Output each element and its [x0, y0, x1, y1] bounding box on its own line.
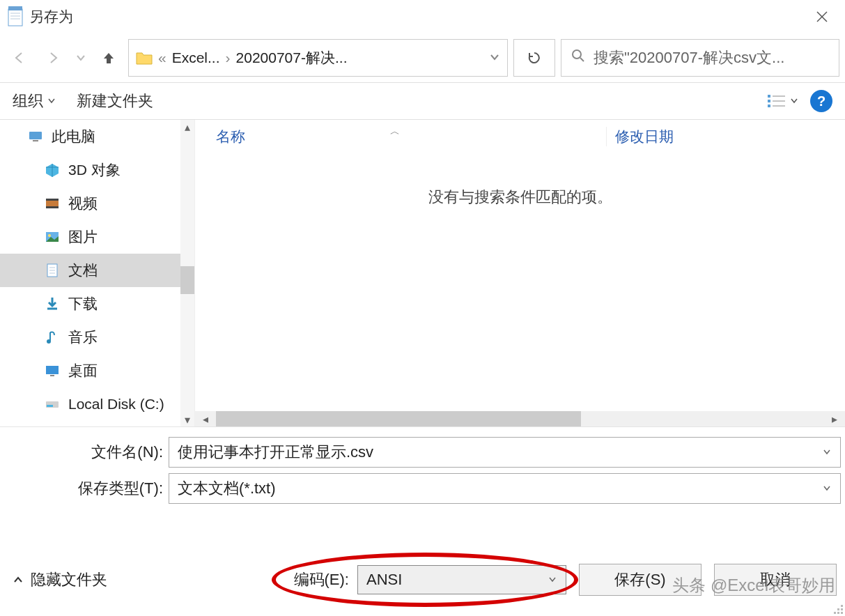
svg-rect-28: [46, 366, 59, 374]
titlebar: 另存为: [0, 0, 845, 33]
encoding-group: 编码(E): ANSI: [294, 565, 566, 594]
navigation-bar: « Excel... › 20200707-解决... 搜索"20200707-…: [0, 33, 845, 82]
list-view-icon: [767, 93, 786, 109]
breadcrumb-seg1[interactable]: Excel...: [172, 49, 220, 66]
document-icon: [45, 263, 60, 278]
tree-this-pc[interactable]: 此电脑: [0, 120, 194, 153]
tree-documents[interactable]: 文档: [0, 254, 194, 287]
chevron-down-icon[interactable]: [822, 479, 832, 498]
cube-icon: [45, 162, 60, 178]
breadcrumb-seg2[interactable]: 20200707-解决...: [236, 48, 348, 68]
address-bar[interactable]: « Excel... › 20200707-解决...: [128, 39, 508, 77]
cancel-button[interactable]: 取消: [714, 564, 837, 596]
recent-dropdown[interactable]: [72, 44, 89, 72]
address-dropdown-icon[interactable]: [489, 49, 500, 66]
up-button[interactable]: [95, 44, 123, 72]
svg-rect-16: [33, 140, 38, 141]
svg-rect-19: [46, 206, 59, 208]
refresh-button[interactable]: [513, 39, 555, 77]
folder-icon: [136, 51, 153, 65]
scroll-thumb[interactable]: [180, 266, 194, 294]
chevron-up-icon: [13, 574, 24, 585]
svg-rect-9: [768, 95, 770, 98]
tree-downloads[interactable]: 下载: [0, 287, 194, 321]
filename-label: 文件名(N):: [4, 442, 169, 463]
svg-point-27: [47, 339, 51, 344]
view-options-button[interactable]: [767, 93, 798, 109]
encoding-label: 编码(E):: [294, 569, 349, 590]
chevron-right-icon: ›: [226, 49, 231, 66]
svg-rect-0: [8, 9, 22, 26]
disk-icon: [45, 396, 60, 412]
nav-tree: 此电脑 3D 对象 视频 图片 文档 下载 音乐 桌面: [0, 120, 195, 426]
scroll-up-icon[interactable]: ▴: [180, 120, 194, 134]
chevron-down-icon: [47, 97, 56, 105]
video-icon: [45, 196, 60, 211]
computer-icon: [28, 129, 43, 144]
close-button[interactable]: [806, 6, 838, 28]
svg-rect-11: [768, 105, 770, 107]
scroll-left-icon[interactable]: ◂: [195, 411, 216, 426]
column-name[interactable]: ︿ 名称: [195, 127, 606, 146]
scroll-thumb[interactable]: [216, 411, 581, 426]
encoding-select[interactable]: ANSI: [357, 565, 566, 594]
tree-music[interactable]: 音乐: [0, 321, 194, 354]
tree-desktop[interactable]: 桌面: [0, 354, 194, 387]
horizontal-scrollbar[interactable]: ◂ ▸: [195, 411, 845, 426]
tree-local-disk-c[interactable]: Local Disk (C:): [0, 387, 194, 421]
svg-rect-1: [8, 6, 22, 10]
svg-rect-18: [46, 199, 59, 201]
svg-point-21: [48, 234, 51, 237]
savetype-select[interactable]: 文本文档(*.txt): [169, 473, 841, 504]
hide-folders-toggle[interactable]: 隐藏文件夹: [13, 569, 107, 590]
picture-icon: [45, 229, 60, 245]
command-bar: 组织 新建文件夹 ?: [0, 82, 845, 120]
download-icon: [45, 296, 60, 311]
search-box[interactable]: 搜索"20200707-解决csv文...: [561, 39, 839, 77]
back-button[interactable]: [6, 44, 33, 72]
svg-rect-10: [768, 100, 770, 102]
desktop-icon: [45, 363, 60, 378]
empty-message: 没有与搜索条件匹配的项。: [195, 187, 845, 208]
column-modified[interactable]: 修改日期: [606, 127, 674, 146]
help-button[interactable]: ?: [810, 90, 832, 112]
window-title: 另存为: [29, 7, 73, 26]
svg-rect-29: [50, 375, 54, 376]
chevron-down-icon[interactable]: [548, 571, 557, 589]
scroll-track[interactable]: [216, 411, 824, 426]
svg-line-8: [580, 58, 584, 61]
tree-scrollbar[interactable]: ▴ ▾: [180, 120, 194, 426]
footer: 隐藏文件夹 编码(E): ANSI 保存(S) 取消: [0, 552, 845, 608]
music-icon: [45, 330, 60, 345]
chevron-down-icon[interactable]: [822, 443, 832, 461]
new-folder-button[interactable]: 新建文件夹: [77, 91, 153, 111]
tree-3d-objects[interactable]: 3D 对象: [0, 153, 194, 187]
chevron-down-icon: [791, 98, 798, 105]
svg-point-7: [573, 50, 581, 59]
tree-videos[interactable]: 视频: [0, 187, 194, 220]
organize-menu[interactable]: 组织: [13, 91, 56, 111]
column-headers: ︿ 名称 修改日期: [195, 120, 845, 153]
scroll-right-icon[interactable]: ▸: [824, 411, 845, 426]
notepad-icon: [7, 6, 24, 27]
tree-pictures[interactable]: 图片: [0, 220, 194, 254]
search-placeholder: 搜索"20200707-解决csv文...: [594, 47, 784, 68]
save-button[interactable]: 保存(S): [579, 564, 701, 596]
file-list-pane: ︿ 名称 修改日期 没有与搜索条件匹配的项。 ◂ ▸: [195, 120, 845, 426]
sort-asc-icon: ︿: [390, 125, 400, 138]
scroll-down-icon[interactable]: ▾: [180, 413, 194, 426]
search-icon: [571, 49, 585, 67]
forward-button[interactable]: [39, 44, 67, 72]
svg-rect-15: [29, 132, 42, 139]
main-area: 此电脑 3D 对象 视频 图片 文档 下载 音乐 桌面: [0, 120, 845, 426]
resize-grip[interactable]: [832, 603, 844, 615]
svg-rect-31: [47, 405, 53, 407]
breadcrumb-sep-icon: «: [158, 49, 166, 66]
filename-input[interactable]: 使用记事本打开正常显示.csv: [169, 437, 841, 468]
save-form: 文件名(N): 使用记事本打开正常显示.csv 保存类型(T): 文本文档(*.…: [0, 426, 845, 504]
savetype-label: 保存类型(T):: [4, 478, 169, 499]
